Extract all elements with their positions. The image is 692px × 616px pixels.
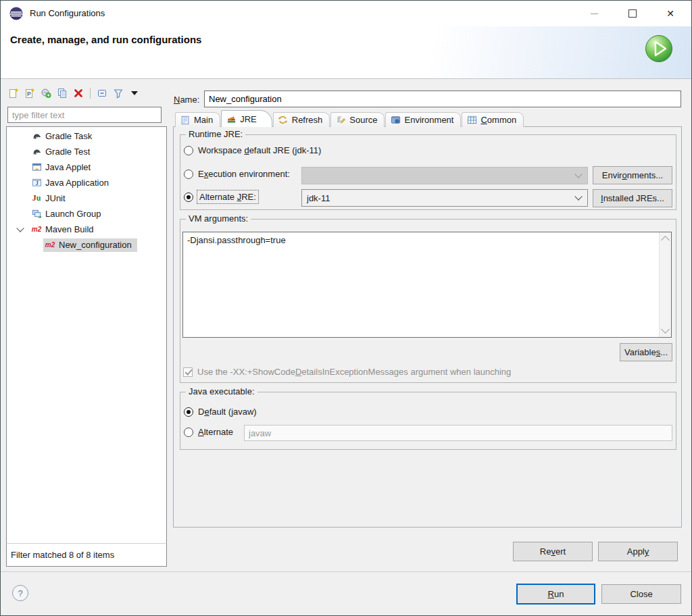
jre-tab-icon <box>226 113 237 124</box>
vm-arguments-scrollbar[interactable] <box>659 232 671 337</box>
tree-item-java-application[interactable]: J Java Application <box>7 175 166 190</box>
apply-button[interactable]: Apply <box>598 542 678 561</box>
workspace-default-label: Workspace default JRE (jdk-11) <box>198 145 321 155</box>
jre-tab-panel: Runtime JRE: Workspace default JRE (jdk-… <box>173 126 682 528</box>
menu-dropdown-icon[interactable] <box>128 87 141 99</box>
filter-status-text: Filter matched 8 of 8 items <box>11 550 114 560</box>
run-button[interactable]: Run <box>516 584 595 605</box>
config-tabs: Main JRE Refresh Source Environment <box>175 111 524 127</box>
refresh-tab-icon <box>278 115 289 126</box>
maximize-button[interactable] <box>617 1 648 26</box>
help-button[interactable]: ? <box>12 585 28 601</box>
tree-item-label: Launch Group <box>45 209 101 219</box>
tab-main[interactable]: Main <box>175 112 220 127</box>
tab-label: Environment <box>404 115 453 125</box>
tree-item-label: JUnit <box>45 193 66 203</box>
tab-refresh[interactable]: Refresh <box>273 112 330 127</box>
collapse-all-icon[interactable] <box>96 87 108 99</box>
chevron-down-icon <box>574 192 582 200</box>
vm-arguments-textarea[interactable]: -Djansi.passthrough=true <box>182 232 672 338</box>
alternate-jre-radio[interactable] <box>184 192 193 202</box>
minimize-button[interactable] <box>578 1 610 26</box>
run-configurations-dialog: Run Configurations ✕ Create, manage, and… <box>0 0 692 616</box>
installed-jres-button[interactable]: Installed JREs... <box>593 189 672 207</box>
gradle-icon <box>31 147 42 157</box>
java-applet-icon <box>31 162 42 173</box>
tab-label: Common <box>480 115 516 125</box>
tree-item-new-configuration[interactable]: m2 New_configuration <box>7 237 166 253</box>
tree-item-gradle-test[interactable]: Gradle Test <box>7 144 166 159</box>
tree-item-maven-build[interactable]: m2 Maven Build <box>7 222 166 237</box>
close-button[interactable]: Close <box>601 584 681 604</box>
default-javaw-radio-row[interactable]: Default (javaw) <box>184 407 257 417</box>
tree-item-label: New_configuration <box>59 240 132 250</box>
new-prototype-icon[interactable]: P <box>24 87 36 99</box>
vm-arguments-group-label: VM arguments: <box>186 213 251 224</box>
eclipse-logo-icon <box>9 7 23 20</box>
run-orb-icon <box>645 34 673 63</box>
default-javaw-radio[interactable] <box>184 407 193 417</box>
tab-source[interactable]: Source <box>330 112 385 127</box>
close-window-button[interactable]: ✕ <box>655 1 686 26</box>
filter-input[interactable] <box>7 107 162 123</box>
workspace-default-radio[interactable] <box>184 146 193 155</box>
tree-item-junit[interactable]: Ju JUnit <box>7 190 166 206</box>
show-code-details-checkbox <box>183 367 193 377</box>
minimize-icon <box>591 14 598 14</box>
execution-env-radio[interactable] <box>184 170 193 179</box>
common-tab-icon <box>466 115 477 126</box>
tree-item-launch-group[interactable]: Launch Group <box>7 206 166 222</box>
scroll-down-icon[interactable] <box>661 325 670 334</box>
maven-m2-icon: m2 <box>45 240 55 251</box>
export-config-icon[interactable] <box>40 87 52 99</box>
tab-common[interactable]: Common <box>462 112 524 127</box>
java-executable-group-label: Java executable: <box>186 386 257 396</box>
svg-text:P: P <box>27 91 31 97</box>
runtime-jre-group-label: Runtime JRE: <box>186 129 245 139</box>
revert-button[interactable]: Revert <box>513 542 593 561</box>
launch-toolbar: P <box>7 86 141 100</box>
alternate-jre-combo[interactable]: jdk-11 <box>301 189 588 207</box>
default-javaw-label: Default (javaw) <box>198 407 257 417</box>
tree-item-label: Gradle Test <box>45 147 90 157</box>
tab-label: Refresh <box>292 115 323 125</box>
toolbar-separator <box>90 88 91 99</box>
tree-item-label: Maven Build <box>45 224 94 234</box>
chevron-down-icon <box>574 170 582 178</box>
banner-title: Create, manage, and run configurations <box>10 34 201 45</box>
filter-icon[interactable] <box>112 87 124 99</box>
expander-chevron-icon[interactable] <box>7 228 31 231</box>
maven-m2-icon: m2 <box>31 224 42 235</box>
alternate-jre-radio-row[interactable]: Alternate JRE: <box>184 191 257 203</box>
delete-config-icon[interactable] <box>72 87 84 99</box>
execution-env-label: Execution environment: <box>198 169 290 179</box>
launch-config-tree: Gradle Task Gradle Test Java Applet J Ja… <box>6 126 167 544</box>
execution-env-radio-row[interactable]: Execution environment: <box>184 169 290 179</box>
tree-item-label: Gradle Task <box>45 131 92 141</box>
tab-jre[interactable]: JRE <box>221 110 272 127</box>
variables-button[interactable]: Variables... <box>620 343 672 361</box>
show-code-details-row: Use the -XX:+ShowCodeDetailsInExceptionM… <box>183 367 511 377</box>
main-tab-icon <box>180 115 191 126</box>
maximize-icon <box>628 9 637 18</box>
duplicate-config-icon[interactable] <box>56 87 68 99</box>
workspace-default-radio-row[interactable]: Workspace default JRE (jdk-11) <box>184 145 321 155</box>
launch-group-icon <box>31 209 42 220</box>
environments-button[interactable]: Environments... <box>593 166 672 184</box>
scroll-up-icon[interactable] <box>661 236 670 245</box>
tab-label: JRE <box>240 114 257 124</box>
help-icon: ? <box>18 588 22 598</box>
tree-item-gradle-task[interactable]: Gradle Task <box>7 128 166 144</box>
environment-tab-icon <box>390 115 401 126</box>
tree-item-java-applet[interactable]: Java Applet <box>7 159 166 175</box>
name-input[interactable] <box>204 91 681 107</box>
filter-status: Filter matched 8 of 8 items <box>6 543 167 567</box>
alternate-jre-label: Alternate JRE: <box>198 191 257 203</box>
tree-item-label: Java Applet <box>45 162 91 172</box>
alternate-exec-radio[interactable] <box>184 428 193 437</box>
alternate-exec-radio-row[interactable]: Alternate <box>184 427 233 437</box>
new-config-icon[interactable] <box>7 87 20 99</box>
tab-environment[interactable]: Environment <box>385 112 461 127</box>
window-title: Run Configurations <box>30 8 105 18</box>
alternate-jre-combo-value: jdk-11 <box>307 193 330 203</box>
